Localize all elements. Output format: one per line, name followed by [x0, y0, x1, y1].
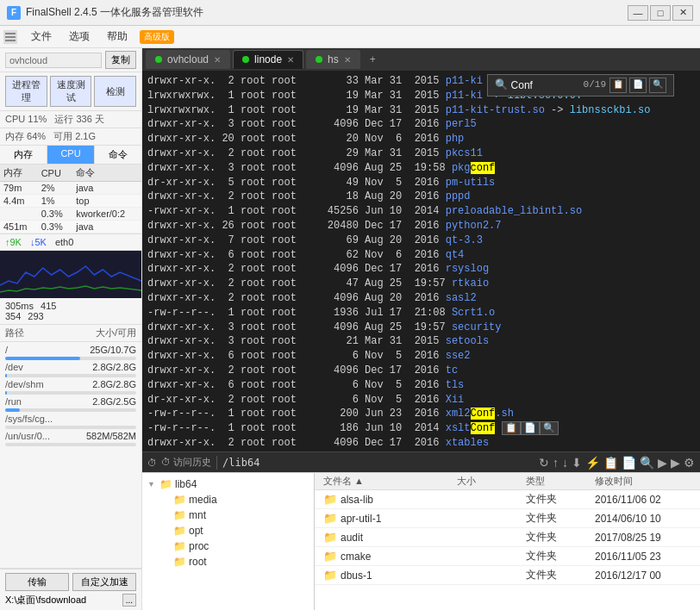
process-mgmt-button[interactable]: 进程管理	[5, 76, 47, 107]
ls-perm: -rw-r--r--.	[147, 408, 216, 420]
window-controls: — □ ✕	[628, 5, 693, 21]
ls-date: Aug 25	[365, 321, 415, 333]
file-row[interactable]: 📁audit 文件夹 2017/08/25 19	[315, 528, 700, 547]
search-paste-icon[interactable]: 📄	[629, 78, 647, 93]
cpu-stat-bar: CPU 11% 运行 336 天	[0, 111, 141, 128]
copy-icon2[interactable]: 📋	[603, 456, 618, 470]
ls-date: Jun 10	[365, 205, 415, 217]
proc-cmd: java	[72, 182, 141, 195]
detect-button[interactable]: 检测	[94, 76, 136, 107]
process-table: 内存 CPU 命令 79m2%java4.4m1%top0.3%kworker/…	[0, 165, 141, 233]
search-find-icon[interactable]: 🔍	[649, 78, 666, 93]
refresh-icon[interactable]: ↻	[539, 456, 549, 470]
ls-size: 4096	[322, 292, 365, 304]
speed-test-button[interactable]: 速度测试	[50, 76, 92, 107]
search-highlight: Conf	[471, 422, 496, 434]
copy-button[interactable]: 复制	[105, 51, 136, 69]
download-icon[interactable]: ↓	[562, 456, 568, 470]
settings-icon[interactable]: ⚙	[684, 456, 695, 470]
maximize-button[interactable]: □	[650, 5, 671, 21]
terminal-line: lrwxrwxrwx. 1 root root 19 Mar 31 2015 p…	[147, 103, 695, 118]
tab-linode[interactable]: linode ✕	[233, 50, 303, 69]
tree-item[interactable]: 📁mnt	[142, 507, 314, 523]
minimize-button[interactable]: —	[628, 5, 648, 21]
terminal-line: drwxr-xr-x. 3 root root 21 Mar 31 2015 s…	[147, 334, 695, 349]
ls-size: 49	[322, 177, 365, 189]
tree-item[interactable]: 📁proc	[142, 538, 314, 554]
search-copy-icon[interactable]: 📋	[609, 78, 627, 93]
ls-year: 19:57	[415, 321, 452, 333]
terminal-search-input[interactable]	[511, 79, 580, 91]
ls-name: sse2	[446, 350, 471, 362]
ls-name: perl5	[446, 118, 477, 130]
tab-cpu[interactable]: CPU	[47, 146, 95, 164]
col-cmd: 命令	[72, 165, 141, 182]
ls-year: 2016	[415, 437, 446, 449]
disk-path-label: 路径	[5, 327, 96, 339]
ls-size: 200	[322, 408, 365, 420]
tab-hs[interactable]: hs ✕	[306, 50, 360, 69]
right-panel: ovhcloud ✕ linode ✕ hs ✕ +	[142, 48, 700, 610]
ping-val-3: 354	[5, 311, 21, 321]
ls-size: 47	[322, 277, 365, 289]
inline-paste[interactable]: 📄	[521, 421, 540, 435]
paste-icon2[interactable]: 📄	[622, 456, 636, 470]
ls-perm: lrwxrwxrwx.	[147, 104, 216, 116]
transfer-button[interactable]: 传输	[5, 573, 69, 591]
upload-icon[interactable]: ↑	[553, 456, 559, 470]
svg-rect-1	[5, 36, 16, 38]
tree-item[interactable]: 📁media	[142, 492, 314, 507]
custom-accel-button[interactable]: 自定义加速	[72, 573, 136, 591]
search-count: 0/19	[584, 78, 606, 91]
tab-close-ovhcloud[interactable]: ✕	[214, 55, 221, 65]
tab-cmd[interactable]: 命令	[95, 146, 141, 164]
proc-mem: 451m	[0, 221, 38, 233]
history-button[interactable]: ⏱ ⏱ 访问历史	[147, 456, 211, 469]
ping-val-4: 293	[28, 311, 43, 321]
tab-status-ovhcloud	[155, 56, 162, 63]
svg-rect-2	[5, 40, 16, 41]
ls-links: 2 root root	[216, 394, 321, 406]
browse-button[interactable]: ...	[122, 594, 136, 607]
ls-size: 186	[322, 422, 365, 434]
dl-icon2[interactable]: ⬇	[572, 456, 582, 470]
inline-copy[interactable]: 📋	[502, 421, 521, 435]
ls-year: 2015	[415, 104, 446, 116]
tab-close-hs[interactable]: ✕	[344, 55, 351, 65]
new-tab-button[interactable]: +	[363, 51, 383, 68]
lightning-icon[interactable]: ⚡	[585, 456, 600, 470]
tab-ovhcloud[interactable]: ovhcloud ✕	[146, 50, 230, 69]
ls-name: Scrt1.o	[452, 307, 495, 319]
disk-row: /sys/fs/cg...	[5, 413, 136, 429]
inline-search[interactable]: 🔍	[540, 421, 559, 435]
ls-links: 7 root root	[216, 234, 321, 246]
file-row[interactable]: 📁alsa-lib 文件夹 2016/11/06 02	[315, 490, 700, 509]
file-row[interactable]: 📁cmake 文件夹 2016/11/05 23	[315, 547, 700, 566]
tab-close-linode[interactable]: ✕	[287, 55, 294, 65]
ls-links: 3 root root	[216, 118, 321, 130]
ls-date: Mar 31	[365, 335, 415, 347]
terminal-line: drwxr-xr-x. 2 root root 47 Aug 25 19:57 …	[147, 277, 695, 291]
file-folder-icon: 📁	[323, 512, 337, 525]
terminal-line: drwxr-xr-x. 20 root root 20 Nov 6 2016 p…	[147, 132, 695, 146]
play-icon[interactable]: ▶	[658, 456, 667, 470]
tree-item[interactable]: 📁root	[142, 554, 314, 570]
disk-size: 2.8G/2.5G	[92, 396, 136, 407]
tab-label-hs: hs	[328, 53, 339, 65]
close-button[interactable]: ✕	[672, 5, 693, 21]
file-folder-icon: 📁	[323, 493, 337, 506]
tree-item[interactable]: 📁opt	[142, 523, 314, 538]
menu-options[interactable]: 选项	[60, 27, 98, 47]
tree-item-lib64[interactable]: ▼ 📁 lib64	[142, 476, 314, 492]
tab-mem[interactable]: 内存	[0, 146, 47, 164]
file-row[interactable]: 📁dbus-1 文件夹 2016/12/17 00	[315, 566, 700, 585]
file-row[interactable]: 📁apr-util-1 文件夹 2014/06/10 10	[315, 509, 700, 528]
play-icon2[interactable]: ▶	[671, 456, 680, 470]
search-icon2[interactable]: 🔍	[640, 456, 654, 470]
terminal-content[interactable]: 🔍 0/19 📋 📄 🔍 drwxr-xr-x. 2 root root 33 …	[142, 71, 700, 451]
ls-links: 6 root root	[216, 249, 321, 261]
terminal-line: drwxr-xr-x. 2 root root 4096 Dec 17 2016…	[147, 436, 695, 451]
menu-file[interactable]: 文件	[22, 27, 60, 47]
menu-help[interactable]: 帮助	[98, 27, 136, 47]
ls-date: Jun 10	[365, 422, 415, 434]
